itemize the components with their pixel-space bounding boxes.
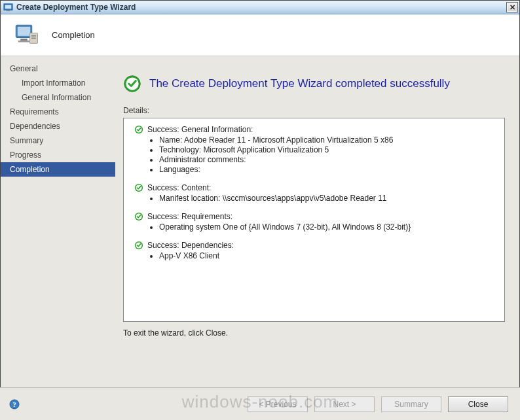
details-line: Manifest location: \\sccm\sources\apps\a… bbox=[159, 194, 494, 203]
details-section-header: Success: Dependencies: bbox=[134, 241, 494, 250]
previous-button: < Previous bbox=[248, 396, 308, 412]
svg-rect-9 bbox=[31, 37, 36, 39]
sidebar-item-general[interactable]: General bbox=[1, 61, 115, 76]
details-label: Details: bbox=[123, 106, 505, 115]
details-section-header: Success: Requirements: bbox=[134, 212, 494, 221]
details-section: Success: Requirements:Operating system O… bbox=[134, 212, 494, 232]
details-section-title: Success: Requirements: bbox=[147, 212, 232, 221]
summary-button: Summary bbox=[381, 396, 441, 412]
details-box: Success: General Information:Name: Adobe… bbox=[123, 118, 505, 322]
sidebar-item-progress[interactable]: Progress bbox=[1, 148, 115, 162]
details-line: Technology: Microsoft Application Virtua… bbox=[159, 145, 494, 154]
details-section-title: Success: Dependencies: bbox=[147, 241, 234, 250]
details-section: Success: Content:Manifest location: \\sc… bbox=[134, 183, 494, 203]
svg-text:?: ? bbox=[12, 400, 16, 408]
details-section-header: Success: General Information: bbox=[134, 125, 494, 134]
success-check-icon bbox=[134, 125, 143, 134]
details-line: Languages: bbox=[159, 165, 494, 174]
wizard-content: The Create Deployment Type Wizard comple… bbox=[115, 56, 519, 387]
wizard-sidebar: GeneralImport InformationGeneral Informa… bbox=[1, 56, 115, 387]
details-section-title: Success: General Information: bbox=[147, 125, 253, 134]
details-list: Manifest location: \\sccm\sources\apps\a… bbox=[159, 194, 494, 203]
success-check-icon bbox=[134, 183, 143, 192]
details-section: Success: Dependencies:App-V X86 Client bbox=[134, 241, 494, 260]
details-section-header: Success: Content: bbox=[134, 183, 494, 192]
svg-rect-4 bbox=[18, 26, 30, 35]
svg-rect-6 bbox=[18, 40, 30, 42]
success-check-icon bbox=[134, 212, 143, 221]
svg-rect-8 bbox=[31, 35, 36, 37]
wizard-button-row: ? < Previous Next > Summary Close window… bbox=[0, 387, 520, 420]
page-heading: Completion bbox=[52, 30, 95, 40]
wizard-header: Completion bbox=[1, 14, 519, 56]
success-header: The Create Deployment Type Wizard comple… bbox=[123, 75, 505, 93]
svg-rect-5 bbox=[20, 39, 28, 41]
success-check-icon bbox=[134, 241, 143, 250]
success-check-icon bbox=[123, 75, 141, 93]
details-list: App-V X86 Client bbox=[159, 251, 494, 260]
svg-rect-2 bbox=[7, 10, 10, 11]
close-icon: ✕ bbox=[510, 3, 515, 12]
app-icon bbox=[3, 3, 13, 12]
svg-rect-1 bbox=[5, 5, 11, 9]
details-line: Name: Adobe Reader 11 - Microsoft Applic… bbox=[159, 135, 494, 145]
sidebar-item-dependencies[interactable]: Dependencies bbox=[1, 119, 115, 133]
exit-instruction: To exit the wizard, click Close. bbox=[123, 328, 505, 338]
details-section-title: Success: Content: bbox=[147, 183, 211, 192]
sidebar-item-import-information[interactable]: Import Information bbox=[1, 76, 115, 90]
monitor-icon bbox=[12, 22, 40, 49]
sidebar-item-summary[interactable]: Summary bbox=[1, 133, 115, 148]
details-list: Name: Adobe Reader 11 - Microsoft Applic… bbox=[159, 135, 494, 174]
details-line: App-V X86 Client bbox=[159, 251, 494, 260]
help-icon[interactable]: ? bbox=[9, 399, 20, 410]
window-title: Create Deployment Type Wizard bbox=[16, 3, 506, 12]
details-section: Success: General Information:Name: Adobe… bbox=[134, 125, 494, 174]
window-close-button[interactable]: ✕ bbox=[506, 2, 518, 12]
sidebar-item-general-information[interactable]: General Information bbox=[1, 90, 115, 105]
details-line: Operating system One of {All Windows 7 (… bbox=[159, 222, 494, 232]
details-line: Administrator comments: bbox=[159, 155, 494, 164]
success-message: The Create Deployment Type Wizard comple… bbox=[149, 77, 450, 90]
close-button[interactable]: Close bbox=[448, 396, 508, 412]
sidebar-item-completion[interactable]: Completion bbox=[1, 162, 115, 177]
sidebar-item-requirements[interactable]: Requirements bbox=[1, 105, 115, 119]
next-button: Next > bbox=[314, 396, 375, 412]
details-list: Operating system One of {All Windows 7 (… bbox=[159, 222, 494, 232]
titlebar: Create Deployment Type Wizard ✕ bbox=[1, 1, 519, 14]
